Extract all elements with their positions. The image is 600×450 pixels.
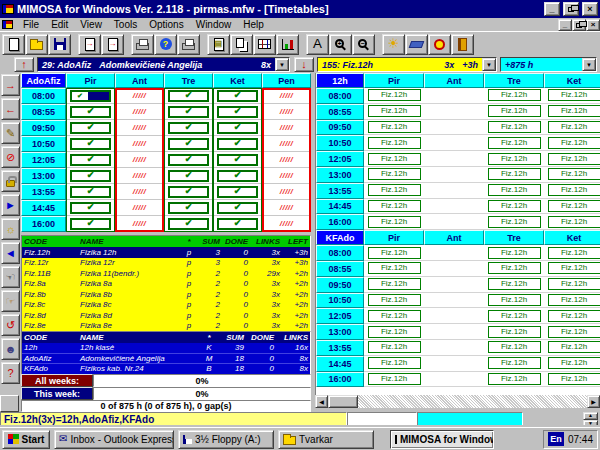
place-slot-ket-13:55[interactable]: Fiz.12h (544, 340, 600, 356)
place-slot-ket-12:05[interactable]: Fiz.12h (544, 308, 600, 324)
slot-pen-10:50[interactable]: ///// (262, 136, 311, 152)
restore-button[interactable] (563, 2, 579, 16)
save-file-button[interactable] (48, 34, 71, 55)
slot-tre-08:55[interactable]: ✔ (164, 104, 213, 120)
scrollbar-thumb[interactable] (328, 395, 358, 408)
lesson-row[interactable]: Fiz.8cFizika 8cp203x+2h (22, 300, 310, 311)
lesson-row[interactable]: Fiz.8bFizika 8bp203x+2h (22, 289, 310, 300)
slot-tre-12:05[interactable]: ✔ (164, 152, 213, 168)
scroll-left-icon[interactable]: ◀ (315, 395, 328, 408)
place-slot-ket-13:00[interactable]: Fiz.12h (544, 324, 600, 340)
slot-pir-10:50[interactable]: ✔ (66, 136, 115, 152)
font-button[interactable]: A (306, 34, 329, 55)
add-hours-button[interactable]: → (1, 74, 20, 96)
open-file-button[interactable] (25, 34, 48, 55)
slot-ket-08:55[interactable]: ✔ (213, 104, 262, 120)
section-day-header-tre[interactable]: Tre (484, 230, 544, 245)
place-slot-pir-13:55[interactable]: Fiz.12h (364, 340, 424, 356)
slot-ant-13:00[interactable]: ///// (115, 168, 164, 184)
place-slot-tre-08:00[interactable]: Fiz.12h (484, 245, 544, 261)
hand-left-button[interactable]: ☜ (1, 266, 20, 288)
forbid-cell-button[interactable]: ⊘ (1, 146, 20, 168)
place-slot-tre-14:45[interactable]: Fiz.12h (484, 199, 544, 215)
place-slot-ket-08:55[interactable]: Fiz.12h (544, 261, 600, 277)
teacher-dropdown-icon[interactable]: ▼ (275, 58, 289, 71)
slot-ant-14:45[interactable]: ///// (115, 200, 164, 216)
place-slot-pir-14:45[interactable]: Fiz.12h (364, 199, 424, 215)
timetable-hscrollbar[interactable]: ◀ ▶ (315, 395, 600, 408)
slot-ket-08:00[interactable]: ✔ (213, 88, 262, 104)
spin-up-icon[interactable]: ▲ (583, 412, 598, 420)
place-slot-ant-10:50[interactable] (424, 135, 484, 151)
slot-tre-08:00[interactable]: ✔ (164, 88, 213, 104)
resource-row[interactable]: KFAdoFizikos kab. Nr.24B1808x (22, 364, 310, 375)
copy-button[interactable] (230, 34, 253, 55)
place-slot-tre-13:00[interactable]: Fiz.12h (484, 324, 544, 340)
slot-ant-16:00[interactable]: ///// (115, 216, 164, 232)
section-day-header-ket[interactable]: Ket (544, 230, 600, 245)
slot-pir-12:05[interactable]: ✔ (66, 152, 115, 168)
scroll-right-icon[interactable]: ▶ (587, 395, 600, 408)
slot-ant-08:00[interactable]: ///// (115, 88, 164, 104)
place-slot-ant-12:05[interactable] (424, 308, 484, 324)
back-button[interactable]: ◄ (1, 242, 20, 264)
slot-tre-09:50[interactable]: ✔ (164, 120, 213, 136)
place-slot-pir-16:00[interactable]: Fiz.12h (364, 372, 424, 388)
child-restore-button[interactable] (572, 19, 586, 31)
export-button[interactable]: → (101, 34, 124, 55)
place-slot-ant-08:00[interactable] (424, 88, 484, 104)
place-slot-tre-16:00[interactable]: Fiz.12h (484, 372, 544, 388)
slot-pen-13:00[interactable]: ///// (262, 168, 311, 184)
slot-ket-13:55[interactable]: ✔ (213, 184, 262, 200)
staff-button[interactable]: ☻ (1, 338, 20, 360)
place-slot-pir-14:45[interactable]: Fiz.12h (364, 356, 424, 372)
lesson-row[interactable]: Fiz.8dFizika 8dp203x+2h (22, 310, 310, 321)
zoom-out-button[interactable]: − (352, 34, 375, 55)
slot-pir-14:45[interactable]: ✔ (66, 200, 115, 216)
place-slot-pir-09:50[interactable]: Fiz.12h (364, 120, 424, 136)
slot-pen-08:00[interactable]: ///// (262, 88, 311, 104)
task-mimosa-for-windows[interactable]: MIMOSA for Windows (390, 430, 494, 449)
spin-down-icon[interactable]: ▼ (583, 420, 598, 428)
place-slot-ant-13:00[interactable] (424, 324, 484, 340)
place-slot-pir-08:00[interactable]: Fiz.12h (364, 88, 424, 104)
place-slot-ket-09:50[interactable]: Fiz.12h (544, 277, 600, 293)
lesson-selector[interactable]: 155: Fiz.12h 3x +3h ▼ (317, 57, 497, 72)
slot-pen-09:50[interactable]: ///// (262, 120, 311, 136)
slot-tre-16:00[interactable]: ✔ (164, 216, 213, 232)
slot-ket-12:05[interactable]: ✔ (213, 152, 262, 168)
slot-pen-13:55[interactable]: ///// (262, 184, 311, 200)
section-day-header-pir[interactable]: Pir (364, 73, 424, 88)
teacher-selector[interactable]: 29: AdoAfiz Adomkevičienė Angelija 8x ▼ (37, 57, 290, 72)
menu-file[interactable]: File (17, 19, 45, 30)
place-slot-pir-12:05[interactable]: Fiz.12h (364, 151, 424, 167)
mdi-child-icon[interactable] (2, 20, 13, 29)
menu-window[interactable]: Window (190, 19, 238, 30)
slot-pir-08:55[interactable]: ✔ (66, 104, 115, 120)
place-slot-pir-08:55[interactable]: Fiz.12h (364, 261, 424, 277)
slot-pir-08:00[interactable]: ✔ (66, 88, 115, 104)
slot-pir-09:50[interactable]: ✔ (66, 120, 115, 136)
child-close-button[interactable]: × (586, 19, 600, 31)
place-slot-ant-14:45[interactable] (424, 199, 484, 215)
language-indicator[interactable]: En (548, 432, 564, 446)
task-inbox-outlook-express[interactable]: ✉Inbox - Outlook Express (54, 430, 174, 449)
place-slot-pir-08:55[interactable]: Fiz.12h (364, 104, 424, 120)
task-tvarkar[interactable]: Tvarkar (278, 430, 374, 449)
next-resource-button[interactable]: ↓ (294, 57, 314, 72)
slot-tre-13:00[interactable]: ✔ (164, 168, 213, 184)
place-slot-ant-16:00[interactable] (424, 372, 484, 388)
remove-hours-button[interactable]: ← (1, 98, 20, 120)
slot-pen-12:05[interactable]: ///// (262, 152, 311, 168)
place-slot-ket-08:00[interactable]: Fiz.12h (544, 245, 600, 261)
place-slot-tre-08:55[interactable]: Fiz.12h (484, 261, 544, 277)
hours-dropdown-icon[interactable]: ▼ (582, 58, 596, 71)
lesson-row[interactable]: Fiz.11BFizika 11(bendr.)p2029x+2h (22, 268, 310, 279)
section-day-header-pir[interactable]: Pir (364, 230, 424, 245)
place-slot-ant-14:45[interactable] (424, 356, 484, 372)
place-slot-ant-09:50[interactable] (424, 120, 484, 136)
day-header-pen[interactable]: Pen (262, 73, 311, 88)
place-slot-ant-10:50[interactable] (424, 293, 484, 309)
minimize-button[interactable]: _ (544, 2, 560, 16)
place-slot-pir-10:50[interactable]: Fiz.12h (364, 293, 424, 309)
